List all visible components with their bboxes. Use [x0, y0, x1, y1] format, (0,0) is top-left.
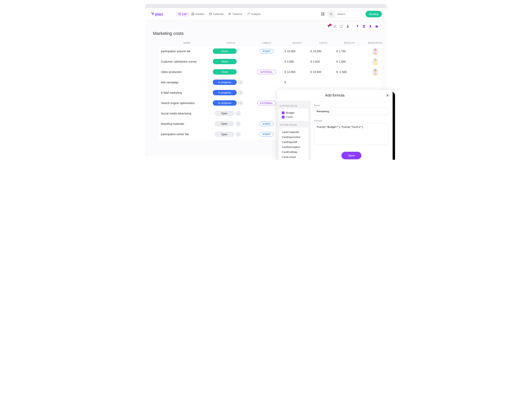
status-pill[interactable]: In progress	[213, 90, 237, 95]
col-name: NAME	[161, 42, 213, 44]
download-icon[interactable]	[346, 25, 349, 28]
custom-field-option[interactable]: ✓Budget	[282, 111, 306, 115]
row-label: EVENT	[249, 49, 285, 53]
filter-badge: 1	[329, 24, 331, 26]
system-field-item[interactable]: CardDescription	[282, 145, 306, 150]
system-field-item[interactable]: CardDaysActive	[282, 135, 306, 139]
tab-analysis[interactable]: Analysis	[244, 11, 263, 17]
label-pill: EVENT	[260, 49, 273, 53]
close-icon[interactable]: ✕	[386, 93, 389, 98]
row-name: Video production	[161, 70, 213, 74]
system-fields-label: SYSTEM FIELDS	[280, 124, 309, 126]
custom-field-option[interactable]: ✓Costs	[282, 115, 306, 119]
arrow-right-icon[interactable]: →	[235, 121, 241, 127]
modal-title: Add formula	[325, 93, 344, 97]
row-name: E-Mail marketing	[161, 91, 213, 94]
system-field-item[interactable]: CardLocked	[282, 155, 306, 159]
briefcase-icon[interactable]	[375, 25, 378, 28]
svg-rect-3	[179, 13, 181, 13]
row-costs: € 13.250	[310, 50, 336, 53]
field-name: Budget	[286, 111, 294, 114]
row-costs: € 2.500	[310, 60, 336, 63]
name-field-label: Name	[314, 104, 389, 107]
arrow-right-icon[interactable]: →	[235, 111, 241, 116]
svg-rect-18	[321, 13, 323, 13]
status-pill[interactable]: Done	[213, 59, 237, 64]
tools-icon[interactable]	[333, 25, 336, 28]
filter-icon[interactable]: 1	[327, 25, 330, 28]
row-resources	[362, 69, 387, 75]
avatar	[372, 48, 379, 55]
row-resources	[362, 58, 387, 65]
svg-point-31	[374, 59, 377, 62]
arrow-right-icon[interactable]: →	[238, 80, 243, 85]
row-results: € 1.000	[336, 60, 362, 63]
formula-code-input[interactable]	[314, 123, 389, 145]
system-field-item[interactable]: CardEndDate	[282, 150, 306, 155]
system-field-item[interactable]: CardDaysDiff	[282, 139, 306, 145]
status-pill[interactable]: In progress	[213, 100, 237, 106]
row-results: € 1.750	[336, 50, 362, 53]
system-field-item[interactable]: CardCreatedAt	[282, 130, 306, 135]
arrow-right-icon[interactable]: →	[238, 101, 243, 106]
status-pill[interactable]: Open	[214, 132, 234, 137]
col-results: RESULTS	[336, 42, 362, 44]
svg-rect-6	[178, 15, 179, 15]
analysis-icon	[247, 13, 250, 15]
status-pill[interactable]: Done	[213, 69, 237, 75]
tab-calendar[interactable]: Calendar	[207, 11, 226, 17]
label-pill: EXTERNAL	[257, 70, 276, 74]
calendar-icon	[209, 13, 212, 15]
arrow-right-icon[interactable]: →	[238, 90, 243, 95]
svg-text:plan: plan	[155, 12, 163, 16]
label-pill: EVENT	[260, 122, 273, 126]
battery-icon[interactable]	[369, 25, 372, 28]
table-header: NAME STATUS LABELS BUDGET COSTS RESULTS …	[151, 40, 381, 46]
users-icon[interactable]	[362, 25, 366, 28]
svg-point-33	[374, 70, 377, 73]
formula-name-input[interactable]	[314, 108, 389, 115]
svg-rect-26	[370, 25, 371, 27]
top-bar: plan ListKanbanCalendarTimelineAnalysis …	[145, 8, 387, 20]
svg-rect-5	[179, 14, 181, 14]
arrow-right-icon[interactable]: →	[235, 132, 241, 137]
table-row[interactable]: Ads campaignIn progress→€	[159, 77, 381, 88]
svg-rect-4	[178, 14, 179, 14]
label-pill: EVENT	[260, 132, 273, 136]
row-resources	[362, 48, 387, 55]
tab-list[interactable]: List	[176, 11, 189, 17]
row-budget: € 15.000	[285, 50, 310, 53]
row-name: Social media advertising	[161, 112, 213, 115]
tab-kanban[interactable]: Kanban	[189, 11, 207, 17]
page-title: Marketing costs	[153, 31, 381, 36]
tab-label: Analysis	[251, 13, 260, 16]
backlog-button[interactable]: Backlog	[366, 11, 382, 17]
status-pill[interactable]: Open	[214, 111, 234, 116]
status-pill[interactable]: Open	[214, 121, 234, 127]
save-button[interactable]: Save	[341, 152, 361, 159]
search-input[interactable]	[335, 13, 362, 16]
label-pill: EXTERNAL	[257, 101, 276, 105]
row-name: Branding materials	[161, 122, 213, 125]
formula-modal: Add formula ✕ CUSTOM FIELDS ✓Budget✓Cost…	[277, 90, 393, 160]
tab-label: List	[182, 13, 187, 16]
puzzle-icon[interactable]	[356, 25, 359, 28]
fullscreen-icon[interactable]	[321, 12, 324, 16]
status-pill[interactable]: Done	[213, 48, 237, 54]
col-resources: RESOURCES	[362, 42, 387, 44]
list-icon	[178, 13, 181, 15]
formula-field-label: Formule	[314, 120, 389, 122]
system-field-item[interactable]: CardName	[282, 159, 306, 160]
table-row[interactable]: Customer satisfaction surveyDone€ 3.500€…	[159, 57, 381, 67]
status-pill[interactable]: In progress	[213, 80, 237, 85]
view-tabs: ListKanbanCalendarTimelineAnalysis	[176, 11, 263, 17]
svg-point-29	[374, 49, 377, 52]
tab-timeline[interactable]: Timeline	[226, 11, 245, 17]
table-row[interactable]: participation autumn fairDoneEVENT€ 15.0…	[159, 46, 381, 57]
table-row[interactable]: Video productionDoneEXTERNAL€ 12.000€ 13…	[159, 67, 381, 77]
search-box[interactable]	[327, 10, 363, 18]
checkbox-checked-icon: ✓	[282, 111, 285, 114]
tab-label: Timeline	[233, 13, 242, 16]
col-budget: BUDGET	[285, 42, 310, 44]
map-icon[interactable]	[340, 25, 343, 28]
